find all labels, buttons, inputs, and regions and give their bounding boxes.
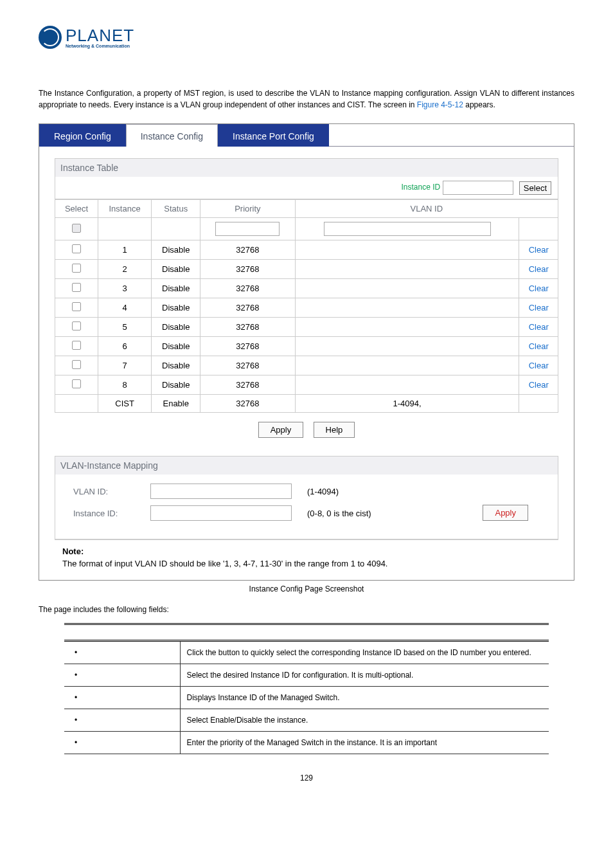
col-status: Status: [152, 200, 200, 218]
cell-status: Enable: [152, 395, 200, 413]
tab-bar: Region Config Instance Config Instance P…: [39, 124, 574, 147]
cell-vlan: [295, 260, 519, 279]
cell-instance: 7: [98, 356, 151, 375]
row-checkbox[interactable]: [72, 341, 81, 350]
apply-button[interactable]: Apply: [258, 422, 304, 438]
help-button[interactable]: Help: [314, 422, 355, 438]
clear-link[interactable]: Clear: [529, 380, 549, 390]
instance-id-label: Instance ID: [401, 183, 440, 192]
cell-priority: 32768: [200, 337, 295, 356]
cell-priority: 32768: [200, 279, 295, 298]
row-checkbox[interactable]: [72, 302, 81, 311]
brand-logo: PLANET Networking & Communication: [39, 26, 574, 49]
table-row-cist: CIST Enable 32768 1-4094,: [55, 395, 558, 413]
cell-priority: 32768: [200, 298, 295, 318]
note-text: The format of input VLAN ID should be li…: [62, 559, 551, 568]
cell-instance: CIST: [98, 395, 151, 413]
cell-instance: 6: [98, 337, 151, 356]
cell-priority: 32768: [200, 318, 295, 337]
cell-priority: 32768: [200, 375, 295, 395]
field-key: •: [64, 732, 180, 754]
cell-status: Disable: [152, 279, 200, 298]
vlan-instance-mapping-title: VLAN-Instance Mapping: [55, 457, 558, 475]
table-row: 2 Disable 32768 Clear: [55, 260, 558, 279]
cell-vlan: [295, 279, 519, 298]
clear-link[interactable]: Clear: [529, 303, 549, 312]
instance-id-hint: (0-8, 0 is the cist): [307, 509, 371, 518]
clear-link[interactable]: Clear: [529, 284, 549, 293]
row-checkbox[interactable]: [72, 244, 81, 253]
cell-instance: 8: [98, 375, 151, 395]
table-row: 7 Disable 32768 Clear: [55, 356, 558, 375]
field-desc: Enter the priority of the Managed Switch…: [180, 732, 549, 754]
cell-status: Disable: [152, 260, 200, 279]
cell-instance: 4: [98, 298, 151, 318]
clear-link[interactable]: Clear: [529, 361, 549, 370]
checkbox-header: [72, 224, 81, 233]
col-vlan-id: VLAN ID: [295, 200, 558, 218]
row-checkbox[interactable]: [72, 264, 81, 273]
cell-instance: 1: [98, 240, 151, 260]
cell-vlan: 1-4094,: [295, 395, 519, 413]
brand-name: PLANET: [66, 27, 134, 44]
intro-line-3a: The screen in: [368, 100, 417, 109]
priority-filter-input[interactable]: [215, 222, 280, 236]
clear-link[interactable]: Clear: [529, 341, 549, 351]
instance-table-title: Instance Table: [55, 158, 558, 177]
cell-instance: 3: [98, 279, 151, 298]
intro-paragraph: The Instance Configuration, a property o…: [39, 87, 574, 111]
vlan-id-input[interactable]: [150, 484, 292, 499]
cell-instance: 5: [98, 318, 151, 337]
cell-vlan: [295, 318, 519, 337]
field-key: •: [64, 709, 180, 732]
table-row: 1 Disable 32768 Clear: [55, 240, 558, 260]
field-desc: Select Enable/Disable the instance.: [180, 709, 549, 732]
cell-priority: 32768: [200, 395, 295, 413]
table-row: 8 Disable 32768 Clear: [55, 375, 558, 395]
vlan-id-label: VLAN ID:: [73, 487, 150, 496]
page-number: 129: [39, 773, 574, 782]
figure-link[interactable]: Figure 4-5-12: [417, 100, 463, 109]
mapping-apply-button[interactable]: Apply: [483, 505, 528, 521]
table-row: 5 Disable 32768 Clear: [55, 318, 558, 337]
cell-status: Disable: [152, 240, 200, 260]
cell-instance: 2: [98, 260, 151, 279]
clear-link[interactable]: Clear: [529, 322, 549, 332]
intro-line-3b: appears.: [463, 100, 495, 109]
instance-id-input[interactable]: [443, 181, 513, 195]
select-button[interactable]: Select: [519, 181, 551, 195]
tab-region-config[interactable]: Region Config: [39, 124, 126, 147]
instance-id-map-input[interactable]: [150, 505, 292, 521]
cell-vlan: [295, 375, 519, 395]
field-desc: Select the desired Instance ID for confi…: [180, 664, 549, 687]
cell-status: Disable: [152, 298, 200, 318]
field-key: •: [64, 687, 180, 709]
row-checkbox[interactable]: [72, 379, 81, 388]
row-checkbox[interactable]: [72, 360, 81, 369]
row-checkbox[interactable]: [72, 283, 81, 292]
col-priority: Priority: [200, 200, 295, 218]
instance-id-map-label: Instance ID:: [73, 509, 150, 518]
vlan-id-hint: (1-4094): [307, 487, 339, 496]
screenshot-frame: Region Config Instance Config Instance P…: [39, 123, 574, 581]
vlan-filter-input[interactable]: [324, 222, 491, 236]
tab-instance-config[interactable]: Instance Config: [126, 124, 218, 147]
col-instance: Instance: [98, 200, 151, 218]
tab-instance-port-config[interactable]: Instance Port Config: [218, 124, 329, 147]
cell-vlan: [295, 337, 519, 356]
clear-link[interactable]: Clear: [529, 264, 549, 274]
clear-link[interactable]: Clear: [529, 245, 549, 255]
cell-vlan: [295, 356, 519, 375]
field-key: •: [64, 641, 180, 664]
cell-vlan: [295, 240, 519, 260]
cell-priority: 32768: [200, 260, 295, 279]
note-box: Note: The format of input VLAN ID should…: [55, 539, 558, 572]
table-row: 3 Disable 32768 Clear: [55, 279, 558, 298]
row-checkbox[interactable]: [72, 321, 81, 330]
cell-priority: 32768: [200, 356, 295, 375]
instance-table: Select Instance Status Priority VLAN ID …: [55, 199, 558, 413]
field-key: •: [64, 664, 180, 687]
figure-caption: Instance Config Page Screenshot: [39, 584, 574, 593]
cell-status: Disable: [152, 356, 200, 375]
cell-status: Disable: [152, 337, 200, 356]
